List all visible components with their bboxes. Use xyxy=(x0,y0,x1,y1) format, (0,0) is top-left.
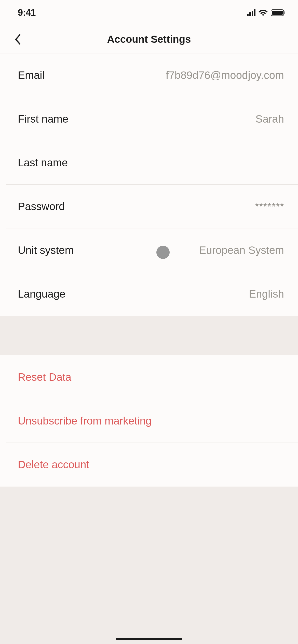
password-value: ******* xyxy=(255,200,284,213)
last-name-row[interactable]: Last name xyxy=(0,141,298,185)
chevron-left-icon xyxy=(14,34,21,45)
language-row[interactable]: Language English xyxy=(0,272,298,316)
status-time: 9:41 xyxy=(18,7,36,18)
first-name-value: Sarah xyxy=(255,113,284,125)
last-name-label: Last name xyxy=(18,157,68,169)
first-name-row[interactable]: First name Sarah xyxy=(0,97,298,141)
reset-data-button[interactable]: Reset Data xyxy=(0,355,298,399)
section-separator xyxy=(0,316,298,355)
password-label: Password xyxy=(18,200,65,213)
home-indicator[interactable] xyxy=(116,638,182,640)
wifi-icon xyxy=(259,9,268,17)
language-label: Language xyxy=(18,288,65,300)
actions-group: Reset Data Unsubscribe from marketing De… xyxy=(0,355,298,487)
header: Account Settings xyxy=(0,25,298,53)
unit-system-label: Unit system xyxy=(18,244,74,256)
delete-account-button[interactable]: Delete account xyxy=(0,443,298,487)
first-name-label: First name xyxy=(18,113,68,125)
settings-group: Email f7b89d76@moodjoy.com First name Sa… xyxy=(0,53,298,316)
unit-system-value: European System xyxy=(199,244,284,256)
email-label: Email xyxy=(18,69,45,81)
unsubscribe-label: Unsubscribe from marketing xyxy=(18,415,152,427)
status-icons xyxy=(247,9,285,17)
cellular-signal-icon xyxy=(247,9,255,16)
unit-system-row[interactable]: Unit system European System xyxy=(0,228,298,272)
battery-icon xyxy=(271,9,285,16)
email-row[interactable]: Email f7b89d76@moodjoy.com xyxy=(0,53,298,97)
password-row[interactable]: Password ******* xyxy=(0,185,298,228)
status-bar: 9:41 xyxy=(0,0,298,25)
unsubscribe-button[interactable]: Unsubscribe from marketing xyxy=(0,399,298,443)
email-value: f7b89d76@moodjoy.com xyxy=(166,69,284,81)
reset-data-label: Reset Data xyxy=(18,371,71,383)
delete-account-label: Delete account xyxy=(18,459,89,471)
back-button[interactable] xyxy=(10,32,25,47)
language-value: English xyxy=(249,288,284,300)
page-title: Account Settings xyxy=(0,34,298,45)
